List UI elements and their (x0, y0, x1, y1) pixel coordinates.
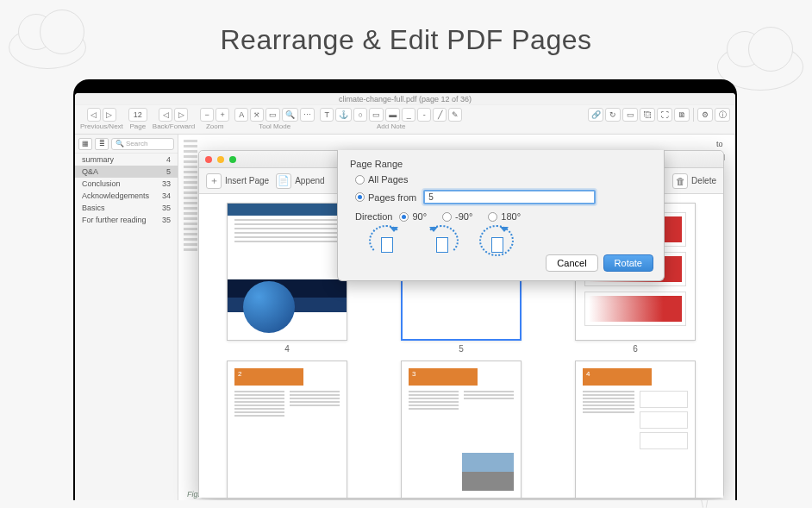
next-page-button[interactable]: ▷ (103, 108, 116, 122)
tool-select-button[interactable]: ▭ (265, 108, 280, 122)
radio-icon (355, 175, 365, 185)
screen: climate-change-full.pdf (page 12 of 36) … (75, 93, 735, 500)
delete-button[interactable]: 🗑 Delete (672, 173, 716, 189)
forward-button[interactable]: ▷ (174, 108, 188, 122)
outline-item-label: Conclusion (82, 179, 121, 188)
sidebar-outline-list: summary4Q&A5Conclusion33Acknowledgements… (75, 154, 178, 500)
sidebar-view-thumb-button[interactable]: ▦ (78, 138, 92, 150)
fullscreen-icon[interactable]: ⛶ (657, 108, 672, 122)
info-icon[interactable]: ⓘ (715, 108, 730, 122)
document-text-lines (184, 140, 197, 254)
window-traffic-lights (204, 156, 237, 163)
crop-icon[interactable]: ⿻ (640, 108, 655, 122)
tb-group-nav: ◁ ▷ Previous/Next (80, 108, 123, 130)
tool-magnify-button[interactable]: 🔍 (282, 108, 298, 122)
sidebar: ▦ ≣ 🔍 Search summary4Q&A5Conclusion33Ack… (75, 135, 178, 500)
pages-from-input[interactable]: 5 (423, 190, 596, 204)
tool-more-button[interactable]: ⋯ (300, 108, 315, 122)
note-text-button[interactable]: T (320, 108, 334, 122)
note-highlight-button[interactable]: ▬ (385, 108, 400, 122)
radio-icon (355, 192, 365, 202)
tb-group-addnote: T ⚓ ○ ▭ ▬ _ - ╱ ✎ Add Note (320, 108, 462, 130)
tb-group-backfwd: ◁ ▷ Back/Forward (153, 108, 195, 130)
sidebar-outline-item[interactable]: For further reading35 (75, 214, 178, 226)
page-number-label: 4 (284, 344, 290, 354)
zoom-in-button[interactable]: + (215, 108, 229, 122)
sidebar-view-outline-button[interactable]: ≣ (95, 138, 109, 150)
append-button[interactable]: 📄 Append (276, 173, 324, 189)
tb-group-toolmode: A ⤧ ▭ 🔍 ⋯ Tool Mode (234, 108, 315, 130)
radio-icon (399, 212, 409, 222)
all-pages-radio[interactable]: All Pages (355, 174, 652, 185)
main-toolbar: ◁ ▷ Previous/Next 12 Page ◁ ▷ Back/Forwa… (75, 105, 735, 135)
page-number-label: 6 (633, 344, 638, 354)
tool-move-button[interactable]: ⤧ (250, 108, 264, 122)
document-icon[interactable]: 🗎 (674, 108, 690, 122)
sidebar-top: ▦ ≣ 🔍 Search (75, 135, 178, 154)
sidebar-outline-item[interactable]: summary4 (75, 154, 178, 166)
page-preview: 3 (401, 361, 522, 498)
rotate-neg90-icon (424, 225, 459, 256)
sidebar-outline-item[interactable]: Basics35 (75, 202, 178, 214)
page-number-input[interactable]: 12 (128, 108, 147, 122)
outline-item-label: Q&A (82, 167, 98, 176)
sidebar-search-input[interactable]: 🔍 Search (111, 138, 174, 150)
insert-page-button[interactable]: ＋ Insert Page (206, 173, 269, 189)
sidebar-outline-item[interactable]: Q&A5 (75, 166, 178, 178)
page-range-heading: Page Range (350, 159, 652, 169)
tb-right-group: 🔗 ↻ ▭ ⿻ ⛶ 🗎 ⚙ ⓘ (588, 108, 730, 122)
page-thumbnail[interactable]: 49 (558, 361, 713, 498)
gear-icon[interactable]: ⚙ (697, 108, 713, 122)
page-label: Page (129, 122, 146, 130)
pages-from-radio[interactable]: Pages from 5 (355, 190, 652, 204)
decoration-cloud (9, 26, 86, 69)
note-line-button[interactable]: ╱ (433, 108, 447, 122)
deg-180-label: 180° (501, 211, 521, 222)
outline-item-page: 35 (162, 204, 171, 212)
delete-label: Delete (691, 176, 716, 185)
link-icon[interactable]: 🔗 (588, 108, 603, 122)
sidebar-outline-item[interactable]: Acknowledgements34 (75, 190, 178, 202)
note-strike-button[interactable]: - (417, 108, 431, 122)
page-preview (227, 203, 347, 341)
direction-neg90-radio[interactable]: -90° (442, 211, 472, 222)
deg-neg90-label: -90° (455, 211, 472, 222)
minimize-icon[interactable] (217, 156, 224, 163)
promo-title: Rearrange & Edit PDF Pages (0, 0, 812, 66)
search-icon: 🔍 (116, 140, 124, 147)
note-circle-button[interactable]: ○ (353, 108, 367, 122)
note-underline-button[interactable]: _ (402, 108, 415, 122)
direction-180-radio[interactable]: 180° (488, 211, 521, 222)
tool-text-button[interactable]: A (234, 108, 248, 122)
page-thumbnail[interactable]: 27 (209, 361, 365, 498)
page-thumbnail[interactable]: 38 (384, 361, 539, 498)
cancel-button[interactable]: Cancel (546, 254, 597, 272)
outline-item-page: 5 (166, 167, 171, 176)
outline-item-label: Basics (82, 204, 105, 212)
tool-mode-label: Tool Mode (259, 122, 290, 130)
zoom-out-button[interactable]: − (200, 108, 214, 122)
outline-item-page: 4 (166, 155, 171, 164)
note-freehand-button[interactable]: ✎ (448, 108, 462, 122)
page-number-label: 5 (459, 344, 464, 354)
prev-next-label: Previous/Next (80, 122, 123, 130)
maximize-icon[interactable] (229, 156, 236, 163)
search-placeholder: Search (126, 140, 147, 147)
direction-90-radio[interactable]: 90° (399, 211, 427, 222)
back-button[interactable]: ◁ (159, 108, 172, 122)
sidebar-outline-item[interactable]: Conclusion33 (75, 178, 178, 190)
prev-page-button[interactable]: ◁ (87, 108, 101, 122)
add-note-label: Add Note (377, 122, 405, 130)
direction-row: Direction 90° -90° 180° (355, 211, 652, 222)
outline-item-label: Acknowledgements (82, 191, 149, 200)
note-rect-button[interactable]: ▭ (369, 108, 384, 122)
refresh-icon[interactable]: ↻ (605, 108, 621, 122)
note-anchor-button[interactable]: ⚓ (335, 108, 352, 122)
deg-90-label: 90° (412, 211, 427, 222)
close-icon[interactable] (205, 156, 212, 163)
document-title: climate-change-full.pdf (page 12 of 36) (339, 95, 472, 103)
outline-item-page: 35 (162, 216, 171, 224)
rotate-button[interactable]: Rotate (603, 254, 653, 272)
page-icon[interactable]: ▭ (622, 108, 638, 122)
tb-group-page: 12 Page (128, 108, 147, 130)
